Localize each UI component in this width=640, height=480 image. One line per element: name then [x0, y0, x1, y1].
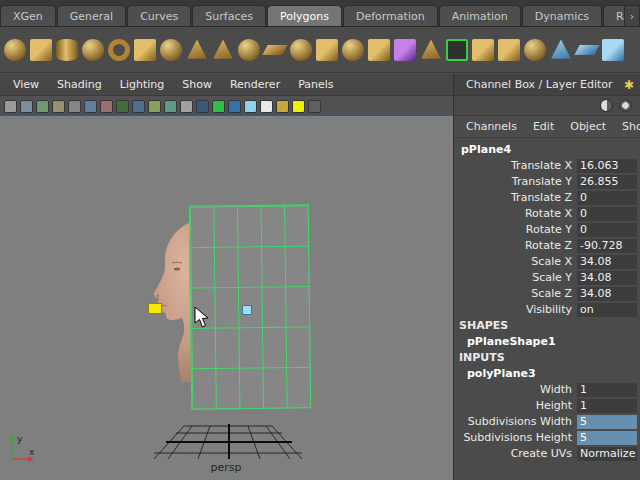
blue-cube-icon[interactable] — [601, 38, 625, 62]
channel-label[interactable]: Width — [454, 382, 577, 398]
panel-toolbar-icon[interactable] — [68, 100, 81, 113]
channel-value-field[interactable]: 0 — [577, 207, 637, 221]
panel-toolbar-icon[interactable] — [244, 100, 257, 113]
poly-cube-icon[interactable] — [471, 38, 495, 62]
panel-toolbar-icon[interactable] — [20, 100, 33, 113]
poly-cylinder-icon[interactable] — [55, 38, 79, 62]
poly-pyramid-icon[interactable] — [211, 38, 235, 62]
channel-value-field[interactable]: 34.08 — [577, 287, 637, 301]
tab-polygons[interactable]: Polygons — [267, 5, 342, 26]
channel-label[interactable]: Scale Z — [454, 286, 577, 302]
tab-scroll-right-button[interactable]: › — [624, 5, 640, 26]
panel-toolbar-icon[interactable] — [4, 100, 17, 113]
panel-menu-show[interactable]: Show — [173, 78, 221, 91]
bracket-tool-icon[interactable] — [445, 38, 469, 62]
panel-toolbar-icon[interactable] — [228, 100, 241, 113]
panel-toolbar-icon[interactable] — [180, 100, 193, 113]
channel-label[interactable]: Create UVs — [454, 446, 577, 462]
panel-toolbar-icon[interactable] — [292, 100, 305, 113]
poly-cone-icon[interactable] — [185, 38, 209, 62]
tab-general[interactable]: General — [57, 5, 126, 26]
channel-value-field[interactable]: 0 — [577, 191, 637, 205]
smooth-cube-icon[interactable] — [393, 38, 417, 62]
poly-sphere-icon[interactable] — [523, 38, 547, 62]
panel-toolbar-icon[interactable] — [116, 100, 129, 113]
poly-torus-icon[interactable] — [107, 38, 131, 62]
channel-value-field[interactable]: 0 — [577, 223, 637, 237]
panel-toolbar-icon[interactable] — [132, 100, 145, 113]
tab-curves[interactable]: Curves — [127, 5, 191, 26]
poly-sphere-icon[interactable] — [3, 38, 27, 62]
channel-box-display-icon[interactable] — [600, 99, 613, 112]
panel-toolbar-icon[interactable] — [276, 100, 289, 113]
channel-value-field[interactable]: on — [577, 303, 637, 317]
tab-rend[interactable]: Rend — [603, 5, 624, 26]
channel-label[interactable]: Translate X — [454, 158, 577, 174]
channel-value-field[interactable]: 1 — [577, 399, 637, 413]
channel-label[interactable]: Translate Y — [454, 174, 577, 190]
channel-box-menu-object[interactable]: Object — [562, 120, 614, 133]
channel-value-field[interactable]: 5 — [577, 415, 637, 429]
panel-toolbar-icon[interactable] — [164, 100, 177, 113]
poly-sphere-icon[interactable] — [341, 38, 365, 62]
tab-surfaces[interactable]: Surfaces — [192, 5, 266, 26]
manipulator-handle-blue[interactable] — [242, 305, 252, 315]
poly-cube-icon[interactable] — [315, 38, 339, 62]
panel-toolbar-icon[interactable] — [196, 100, 209, 113]
panel-menu-renderer[interactable]: Renderer — [221, 78, 289, 91]
channel-value-field[interactable]: 34.08 — [577, 255, 637, 269]
poly-sphere-icon[interactable] — [289, 38, 313, 62]
poly-cube-icon[interactable] — [133, 38, 157, 62]
tab-xgen[interactable]: XGen — [0, 5, 56, 26]
poly-cube-icon[interactable] — [367, 38, 391, 62]
panel-toolbar-icon[interactable] — [36, 100, 49, 113]
tab-animation[interactable]: Animation — [439, 5, 521, 26]
panel-toolbar-icon[interactable] — [84, 100, 97, 113]
panel-toolbar-icon[interactable] — [52, 100, 65, 113]
channel-label[interactable]: Subdivisions Width — [454, 414, 577, 430]
layer-editor-display-icon[interactable] — [619, 99, 632, 112]
channel-value-field[interactable]: Normalize — [577, 447, 637, 461]
channel-box-menu-show[interactable]: Show — [614, 120, 640, 133]
node-name[interactable]: pPlaneShape1 — [454, 334, 640, 350]
channel-value-field[interactable]: 16.063 — [577, 159, 637, 173]
channel-value-field[interactable]: 26.855 — [577, 175, 637, 189]
viewport[interactable]: y x persp — [0, 117, 453, 480]
panel-toolbar-icon[interactable] — [148, 100, 161, 113]
star-icon[interactable]: ✱ — [624, 78, 634, 92]
channel-value-field[interactable]: 34.08 — [577, 271, 637, 285]
panel-menu-panels[interactable]: Panels — [289, 78, 342, 91]
poly-cube-icon[interactable] — [497, 38, 521, 62]
channel-value-field[interactable]: -90.728 — [577, 239, 637, 253]
panel-menu-view[interactable]: View — [4, 78, 48, 91]
poly-sphere-icon[interactable] — [237, 38, 261, 62]
blue-plane-icon[interactable] — [575, 38, 599, 62]
panel-toolbar-icon[interactable] — [100, 100, 113, 113]
channel-box-menu-edit[interactable]: Edit — [525, 120, 562, 133]
channel-label[interactable]: Scale Y — [454, 270, 577, 286]
poly-sphere-icon[interactable] — [81, 38, 105, 62]
tab-deformation[interactable]: Deformation — [343, 5, 438, 26]
channel-label[interactable]: Rotate Z — [454, 238, 577, 254]
channel-label[interactable]: Translate Z — [454, 190, 577, 206]
poly-sphere-icon[interactable] — [159, 38, 183, 62]
blue-prism-icon[interactable] — [549, 38, 573, 62]
poly-plane-icon[interactable] — [263, 38, 287, 62]
channel-box-menu-channels[interactable]: Channels — [458, 120, 525, 133]
panel-menu-shading[interactable]: Shading — [48, 78, 111, 91]
poly-cone-icon[interactable] — [419, 38, 443, 62]
channel-value-field[interactable]: 1 — [577, 383, 637, 397]
object-name[interactable]: pPlane4 — [454, 142, 640, 158]
poly-cube-icon[interactable] — [29, 38, 53, 62]
channel-label[interactable]: Rotate Y — [454, 222, 577, 238]
node-name[interactable]: polyPlane3 — [454, 366, 640, 382]
channel-label[interactable]: Height — [454, 398, 577, 414]
channel-label[interactable]: Visibility — [454, 302, 577, 318]
channel-label[interactable]: Scale X — [454, 254, 577, 270]
tab-dynamics[interactable]: Dynamics — [522, 5, 602, 26]
manipulator-handle-yellow[interactable] — [148, 303, 162, 314]
channel-label[interactable]: Subdivisions Height — [454, 430, 577, 446]
panel-toolbar-icon[interactable] — [260, 100, 273, 113]
panel-toolbar-icon[interactable] — [212, 100, 225, 113]
channel-label[interactable]: Rotate X — [454, 206, 577, 222]
